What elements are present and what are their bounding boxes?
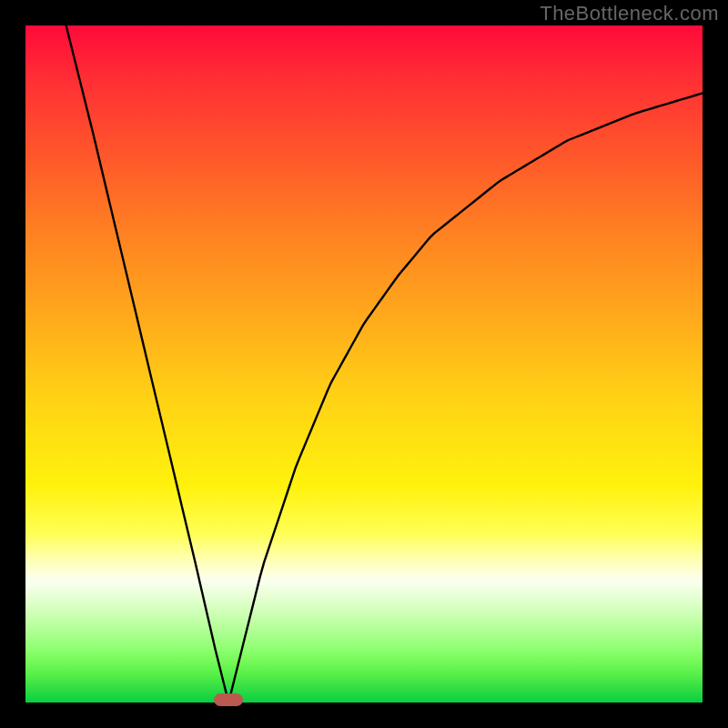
curve-left-branch <box>66 25 229 703</box>
watermark-text: TheBottleneck.com <box>540 2 719 25</box>
bottleneck-curve <box>25 25 703 703</box>
chart-container: TheBottleneck.com <box>0 0 728 728</box>
plot-area <box>25 25 703 703</box>
curve-right-branch <box>228 93 703 703</box>
minimum-marker <box>214 693 243 706</box>
